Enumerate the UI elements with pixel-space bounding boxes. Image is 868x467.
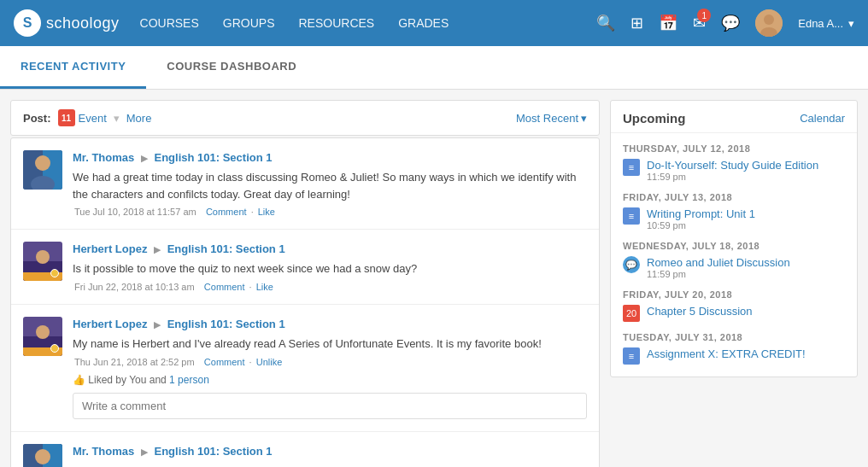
unlike-link[interactable]: Unlike xyxy=(256,357,283,367)
like-link[interactable]: Like xyxy=(256,282,273,292)
tab-recent-activity[interactable]: RECENT ACTIVITY xyxy=(0,46,146,89)
feed-item: Herbert Lopez ▶ English 101: Section 1 I… xyxy=(11,230,599,305)
nav-groups[interactable]: GROUPS xyxy=(223,16,275,30)
svg-point-17 xyxy=(35,449,50,464)
feed-course-link[interactable]: English 101: Section 1 xyxy=(167,318,285,330)
upcoming-item-content: Do-It-Yourself: Study Guide Edition 11:5… xyxy=(647,159,818,182)
upcoming-header: Upcoming Calendar xyxy=(611,101,857,133)
feed-content: Mr. Thomas ▶ English 101: Section 1 We h… xyxy=(73,150,587,217)
feed-meta: Thu Jun 21, 2018 at 2:52 pm Comment · Un… xyxy=(73,357,587,367)
avatar xyxy=(23,317,62,356)
apps-icon[interactable]: ⊞ xyxy=(630,14,643,32)
comment-link[interactable]: Comment xyxy=(206,207,247,217)
user-menu[interactable]: Edna A... ▾ xyxy=(798,17,854,30)
user-avatar[interactable] xyxy=(755,9,783,37)
logo-text: schoology xyxy=(46,15,120,32)
feed-date: Tue Jul 10, 2018 at 11:57 am xyxy=(74,207,196,217)
upcoming-item-content: Writing Prompt: Unit 1 10:59 pm xyxy=(647,207,755,231)
message-badge: 1 xyxy=(697,9,711,22)
post-controls: Post: 11 Event ▾ More Most Recent ▾ xyxy=(10,100,600,136)
upcoming-item-content: Assignment X: EXTRA CREDIT! xyxy=(647,347,806,360)
most-recent-chevron: ▾ xyxy=(581,112,587,125)
most-recent-label: Most Recent xyxy=(516,112,578,125)
date-label: THURSDAY, JULY 12, 2018 xyxy=(623,143,845,154)
post-label: Post: xyxy=(23,112,51,125)
upcoming-item-name[interactable]: Assignment X: EXTRA CREDIT! xyxy=(647,347,806,360)
upcoming-item-content: Romeo and Juliet Discussion 11:59 pm xyxy=(647,256,790,279)
date-section: FRIDAY, JULY 20, 2018 20 Chapter 5 Discu… xyxy=(623,289,845,322)
logo-circle: S xyxy=(14,9,41,37)
comment-link[interactable]: Comment xyxy=(204,282,245,292)
feed-header: Mr. Thomas ▶ English 101: Section 1 xyxy=(73,150,587,166)
avatar xyxy=(23,444,62,467)
liked-bar: 👍 Liked by You and 1 person xyxy=(73,374,587,386)
svg-point-10 xyxy=(36,250,50,264)
upcoming-item: ≡ Writing Prompt: Unit 1 10:59 pm xyxy=(623,207,845,231)
comment-link[interactable]: Comment xyxy=(204,357,245,367)
feed-arrow-icon: ▶ xyxy=(154,319,161,330)
upcoming-item-name[interactable]: Romeo and Juliet Discussion xyxy=(647,256,790,269)
feed-content: Herbert Lopez ▶ English 101: Section 1 I… xyxy=(73,242,587,292)
feed-course-link[interactable]: English 101: Section 1 xyxy=(155,445,273,458)
feed-header: Herbert Lopez ▶ English 101: Section 1 xyxy=(73,242,587,257)
discussion-icon: 💬 xyxy=(623,256,640,273)
upcoming-item-name[interactable]: Do-It-Yourself: Study Guide Edition xyxy=(647,159,818,172)
feed-author-name[interactable]: Mr. Thomas xyxy=(73,445,134,458)
nav-links: COURSES GROUPS RESOURCES GRADES xyxy=(140,16,597,30)
date-label: WEDNESDAY, JULY 18, 2018 xyxy=(623,241,845,251)
most-recent-dropdown[interactable]: Most Recent ▾ xyxy=(516,112,587,125)
svg-point-14 xyxy=(36,325,50,339)
feed-meta: Fri Jun 22, 2018 at 10:13 am Comment · L… xyxy=(73,282,587,292)
feed-course-link[interactable]: English 101: Section 1 xyxy=(155,151,273,164)
feed-author-name[interactable]: Herbert Lopez xyxy=(73,318,147,330)
user-chevron: ▾ xyxy=(848,17,854,30)
notifications-icon[interactable]: 💬 xyxy=(721,14,740,32)
feed-arrow-icon: ▶ xyxy=(154,244,161,254)
upcoming-item-time: 11:59 pm xyxy=(647,269,790,279)
upcoming-item: 💬 Romeo and Juliet Discussion 11:59 pm xyxy=(623,256,845,279)
feed-body-text: Is it possible to move the quiz to next … xyxy=(73,260,587,277)
nav-courses[interactable]: COURSES xyxy=(140,16,199,30)
feed-item: Mr. Thomas ▶ English 101: Section 1 We h… xyxy=(11,138,599,230)
search-icon[interactable]: 🔍 xyxy=(596,14,615,32)
feed-item: Herbert Lopez ▶ English 101: Section 1 M… xyxy=(11,305,599,432)
upcoming-item-name[interactable]: Chapter 5 Discussion xyxy=(647,305,753,318)
feed-content: Mr. Thomas ▶ English 101: Section 1 xyxy=(73,444,587,467)
event-calendar-icon: 11 xyxy=(58,109,75,126)
dot-separator: · xyxy=(249,282,255,292)
feed-author-name[interactable]: Herbert Lopez xyxy=(73,242,147,255)
post-left-controls: Post: 11 Event ▾ More xyxy=(23,109,151,126)
feed-header: Mr. Thomas ▶ English 101: Section 1 xyxy=(73,444,587,459)
assignment-icon: ≡ xyxy=(623,159,640,176)
date-label: FRIDAY, JULY 20, 2018 xyxy=(623,289,845,300)
event-button[interactable]: 11 Event xyxy=(58,109,107,126)
logo-s-letter: S xyxy=(23,15,32,31)
upcoming-item-content: Chapter 5 Discussion xyxy=(647,305,753,318)
feed-author-name[interactable]: Mr. Thomas xyxy=(73,151,134,164)
calendar-icon[interactable]: 📅 xyxy=(659,14,677,32)
avatar-status-dot xyxy=(50,344,59,353)
upcoming-item: ≡ Assignment X: EXTRA CREDIT! xyxy=(623,347,845,365)
messages-icon[interactable]: ✉ 1 xyxy=(693,14,706,32)
more-button[interactable]: More xyxy=(126,112,152,125)
date-section: WEDNESDAY, JULY 18, 2018 💬 Romeo and Jul… xyxy=(623,241,845,279)
assignment-icon: ≡ xyxy=(623,347,640,365)
more-label: More xyxy=(126,112,152,125)
separator: ▾ xyxy=(114,112,120,125)
nav-resources[interactable]: RESOURCES xyxy=(298,16,374,30)
calendar-link[interactable]: Calendar xyxy=(800,112,845,125)
upcoming-item-name[interactable]: Writing Prompt: Unit 1 xyxy=(647,207,755,220)
nav-grades[interactable]: GRADES xyxy=(398,16,449,30)
right-column: Upcoming Calendar THURSDAY, JULY 12, 201… xyxy=(610,100,858,467)
avatar xyxy=(23,242,62,281)
like-link[interactable]: Like xyxy=(258,207,275,217)
comment-input[interactable] xyxy=(73,393,587,419)
feed-course-link[interactable]: English 101: Section 1 xyxy=(167,242,285,255)
feed-meta: Tue Jul 10, 2018 at 11:57 am Comment · L… xyxy=(73,207,587,217)
liked-person-link[interactable]: 1 person xyxy=(169,374,209,386)
tab-course-dashboard[interactable]: COURSE DASHBOARD xyxy=(146,46,317,89)
assignment-icon: ≡ xyxy=(623,207,640,225)
logo[interactable]: S schoology xyxy=(14,9,120,37)
event-icon: 20 xyxy=(623,305,640,322)
avatar xyxy=(23,150,62,190)
